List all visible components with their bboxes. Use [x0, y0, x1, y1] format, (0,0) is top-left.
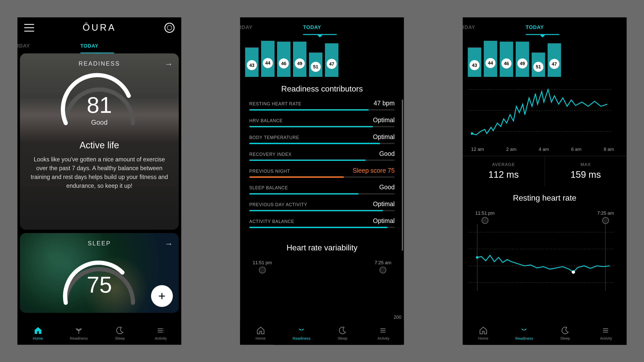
readiness-history-bars[interactable]: 434446495147 — [463, 35, 626, 77]
contributor-value: Good — [379, 150, 395, 157]
svg-point-3 — [471, 132, 473, 135]
rhr-chart[interactable]: 70 60 50 40 — [463, 224, 626, 291]
tab-yesterday[interactable]: STERDAY — [17, 38, 55, 53]
history-dot: 46 — [279, 58, 289, 68]
nav-home[interactable]: Home — [463, 321, 504, 345]
nav-activity[interactable]: Activity — [140, 321, 181, 345]
contributor-row[interactable]: BODY TEMPERATUREOptimal — [249, 133, 395, 144]
contributors-list[interactable]: RESTING HEART RATE47 bpmHRV BALANCEOptim… — [240, 100, 404, 234]
sun-icon — [380, 267, 386, 274]
nav-readiness[interactable]: Readiness — [281, 321, 322, 345]
moon-icon — [259, 267, 266, 274]
rhr-title: Resting heart rate — [463, 186, 626, 209]
nav-activity[interactable]: Activity — [586, 321, 627, 345]
history-bar[interactable]: 51 — [532, 53, 545, 77]
home-icon — [33, 326, 43, 335]
phone-home: ŌURA STERDAY TODAY → READINESS 81 Good A… — [17, 17, 181, 345]
ring-icon[interactable] — [165, 23, 175, 33]
tab-yesterday[interactable]: STERDAY — [240, 20, 278, 35]
contributor-name: BODY TEMPERATURE — [249, 135, 299, 140]
sprout-icon — [74, 326, 84, 335]
history-dot: 43 — [247, 60, 257, 70]
history-bar[interactable]: 44 — [261, 41, 274, 77]
tab-yesterday[interactable]: STERDAY — [463, 20, 500, 35]
nav-sleep[interactable]: Sleep — [322, 321, 363, 345]
contributor-value: 47 bpm — [374, 100, 395, 107]
history-bar[interactable]: 47 — [325, 43, 338, 77]
contributor-row[interactable]: HRV BALANCEOptimal — [249, 116, 395, 127]
scrollbar[interactable] — [402, 100, 403, 251]
home-icon — [478, 326, 488, 335]
home-content[interactable]: → READINESS 81 Good Active life Looks li… — [17, 53, 181, 321]
history-dot: 44 — [263, 58, 273, 68]
history-bar[interactable]: 43 — [468, 48, 481, 77]
contributor-name: RESTING HEART RATE — [249, 101, 301, 106]
hrv-start-time: 11:51 pm — [253, 260, 272, 265]
history-bar[interactable]: 49 — [293, 42, 306, 77]
history-dot: 44 — [486, 58, 496, 68]
readiness-history-bars[interactable]: 434446495147 — [240, 35, 404, 77]
moon-icon — [338, 326, 347, 335]
history-bar[interactable]: 47 — [548, 43, 561, 77]
activity-icon — [601, 326, 611, 335]
contributor-value: Good — [379, 184, 395, 191]
hrv-chart[interactable]: 150 100 50 — [463, 81, 626, 144]
activity-icon — [379, 326, 388, 335]
contributor-name: PREVIOUS NIGHT — [249, 168, 290, 173]
nav-activity[interactable]: Activity — [363, 321, 404, 345]
history-dot: 46 — [501, 58, 511, 68]
nav-readiness[interactable]: Readiness — [58, 321, 99, 345]
hrv-yaxis-200: 200 — [394, 314, 401, 320]
sleep-gauge: 75 — [53, 252, 145, 307]
stat-max: MAX 159 ms — [545, 156, 627, 186]
activity-icon — [156, 326, 166, 335]
history-dot: 51 — [533, 62, 543, 72]
contributor-value: Optimal — [373, 217, 395, 224]
phone-readiness-contributors: STERDAY TODAY 434446495147 Readiness con… — [240, 17, 404, 345]
readiness-gauge: 81 Good — [53, 73, 145, 127]
tab-today[interactable]: TODAY — [80, 38, 124, 53]
contributor-row[interactable]: PREVIOUS DAY ACTIVITYOptimal — [249, 200, 395, 211]
menu-icon[interactable] — [24, 24, 34, 31]
contributor-value: Optimal — [373, 133, 395, 140]
contributor-row[interactable]: PREVIOUS NIGHTSleep score 75 — [249, 167, 395, 177]
history-dot: 47 — [327, 59, 337, 69]
moon-icon — [481, 217, 488, 224]
nav-sleep[interactable]: Sleep — [545, 321, 586, 345]
contributor-name: ACTIVITY BALANCE — [249, 219, 294, 224]
xaxis-tick: 4 am — [539, 147, 549, 152]
contributor-name: SLEEP BALANCE — [249, 185, 288, 190]
stat-average: AVERAGE 112 ms — [463, 156, 545, 186]
xaxis-tick: 2 am — [506, 147, 516, 152]
history-bar[interactable]: 46 — [277, 42, 290, 77]
readiness-card[interactable]: → READINESS 81 Good Active life Looks li… — [20, 53, 179, 230]
nav-home[interactable]: Home — [240, 321, 281, 345]
date-tabs: STERDAY TODAY — [17, 38, 181, 53]
tab-today[interactable]: TODAY — [303, 20, 346, 35]
readiness-label: READINESS — [20, 53, 179, 67]
history-bar[interactable]: 43 — [245, 48, 258, 77]
history-dot: 49 — [517, 58, 528, 68]
history-bar[interactable]: 46 — [500, 42, 513, 77]
tab-today[interactable]: TODAY — [526, 20, 569, 35]
history-bar[interactable]: 51 — [309, 53, 322, 77]
contributor-row[interactable]: RESTING HEART RATE47 bpm — [249, 100, 395, 110]
moon-icon — [115, 326, 125, 335]
nav-readiness[interactable]: Readiness — [504, 321, 545, 345]
date-tabs: STERDAY TODAY — [463, 20, 626, 35]
history-bar[interactable]: 49 — [516, 42, 529, 77]
xaxis-tick: 8 am — [604, 147, 614, 152]
nav-home[interactable]: Home — [17, 321, 58, 345]
nav-sleep[interactable]: Sleep — [99, 321, 140, 345]
contributor-row[interactable]: RECOVERY INDEXGood — [249, 150, 395, 161]
sprout-icon — [297, 326, 306, 335]
rhr-time-range: 11:51 pm 7:25 am — [463, 209, 626, 224]
hrv-time-range: 11:51 pm 7:25 am — [240, 258, 404, 273]
history-bar[interactable]: 44 — [484, 41, 497, 77]
sleep-card[interactable]: → SLEEP 75 + — [20, 233, 179, 313]
add-button[interactable]: + — [151, 285, 173, 307]
home-icon — [256, 326, 265, 335]
history-dot: 47 — [549, 59, 559, 69]
contributor-row[interactable]: SLEEP BALANCEGood — [249, 184, 395, 194]
contributor-row[interactable]: ACTIVITY BALANCEOptimal — [249, 217, 395, 228]
